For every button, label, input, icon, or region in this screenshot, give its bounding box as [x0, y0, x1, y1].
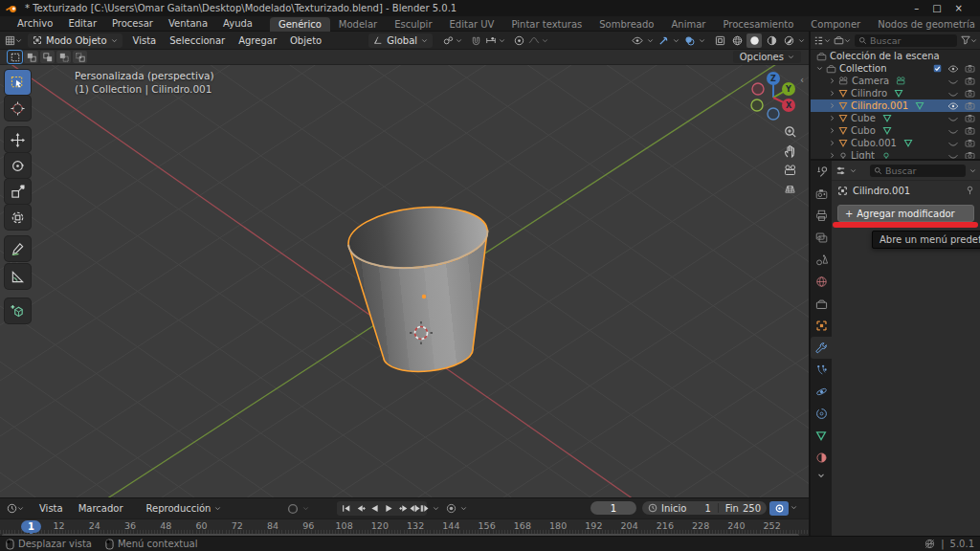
auto-keying-toggle[interactable]: [769, 501, 789, 516]
jump-to-start-button[interactable]: [340, 502, 352, 515]
mode-dropdown[interactable]: Modo Objeto: [28, 33, 122, 48]
timeline-menu-item[interactable]: Vista: [32, 501, 71, 516]
snap-target-icon[interactable]: [483, 33, 499, 48]
overlays-toggle-icon[interactable]: [681, 33, 697, 48]
outliner-object-row[interactable]: Light: [811, 149, 980, 159]
workspace-tab[interactable]: Esculpir: [386, 17, 440, 32]
tool-annotate[interactable]: [5, 236, 31, 261]
outliner-search-input[interactable]: [870, 35, 953, 46]
tab-world[interactable]: [811, 271, 832, 293]
breadcrumb-object-name[interactable]: Cilindro.001: [853, 186, 910, 196]
play-reverse-button[interactable]: [368, 502, 381, 515]
shading-rendered-icon[interactable]: [781, 33, 796, 48]
pivot-point-icon[interactable]: [440, 33, 456, 48]
scene-collection-row[interactable]: Colección de la escena: [811, 50, 980, 62]
render-camera-icon[interactable]: [965, 64, 975, 73]
record-icon[interactable]: [287, 503, 299, 515]
tab-constraints[interactable]: [811, 403, 832, 425]
playback-dropdown[interactable]: Reproducción: [139, 501, 230, 516]
tab-object[interactable]: [811, 315, 832, 337]
tab-output[interactable]: [811, 205, 832, 227]
chevron-right-icon[interactable]: [829, 127, 835, 134]
render-camera-icon[interactable]: [965, 139, 975, 147]
tool-add-primitive[interactable]: [5, 298, 31, 323]
timeline-menu-item[interactable]: Marcador: [71, 501, 131, 516]
tool-rotate[interactable]: [5, 153, 31, 178]
eye-closed-icon[interactable]: [947, 77, 959, 85]
display-mode-icon[interactable]: [813, 35, 824, 46]
workspace-tab[interactable]: Pintar texturas: [502, 17, 590, 32]
chevron-right-icon[interactable]: [829, 115, 835, 121]
tab-particles[interactable]: [811, 359, 832, 381]
frame-forward-button[interactable]: [419, 502, 432, 515]
gizmos-toggle-icon[interactable]: [656, 33, 671, 48]
perspective-toggle-button[interactable]: [781, 179, 799, 197]
eye-icon[interactable]: [947, 65, 959, 73]
camera-view-button[interactable]: [781, 161, 799, 179]
editor-type-icon[interactable]: [5, 35, 15, 46]
transform-orientation-dropdown[interactable]: Global: [368, 33, 433, 48]
timeline-ruler[interactable]: 1224364860728496108120132144156168180192…: [0, 518, 809, 538]
chevron-right-icon[interactable]: [829, 140, 835, 146]
viewport-3d[interactable]: Personalizada (perspectiva) (1) Collecti…: [0, 65, 809, 497]
select-mode-set-icon[interactable]: [8, 51, 22, 63]
shading-wireframe-icon[interactable]: [729, 33, 745, 48]
tool-transform[interactable]: [5, 205, 31, 230]
checkbox-icon[interactable]: [933, 64, 942, 73]
frame-back-button[interactable]: [406, 502, 418, 515]
outliner-object-row[interactable]: Cubo.001: [811, 137, 980, 149]
menu-item[interactable]: Editar: [60, 17, 104, 30]
close-button[interactable]: ×: [955, 3, 963, 13]
keying-set-icon[interactable]: [446, 503, 457, 514]
editor-type-icon[interactable]: [835, 165, 846, 176]
filter-mode-icon[interactable]: [834, 35, 844, 45]
tool-measure[interactable]: [5, 264, 31, 289]
tool-move[interactable]: [5, 127, 31, 152]
workspace-tab[interactable]: Componer: [802, 17, 869, 32]
maximize-button[interactable]: □: [932, 3, 941, 13]
options-dropdown[interactable]: Opciones: [733, 51, 801, 63]
viewport-menu-item[interactable]: Vista: [126, 33, 164, 48]
funnel-filter-icon[interactable]: [961, 35, 970, 45]
eye-closed-icon[interactable]: [947, 152, 959, 160]
frame-range-fields[interactable]: Inicio 1 Fin 250: [642, 501, 767, 515]
tab-overflow-chevron[interactable]: [811, 469, 832, 482]
outliner-object-row[interactable]: Camera: [811, 75, 980, 87]
render-camera-icon[interactable]: [965, 89, 975, 98]
navigation-gizmo[interactable]: Z Y X: [742, 67, 805, 124]
viewport-menu-item[interactable]: Seleccionar: [163, 33, 232, 48]
tab-physics[interactable]: [811, 381, 832, 403]
tab-view-layer[interactable]: [811, 227, 832, 249]
viewport-menu-item[interactable]: Objeto: [283, 33, 328, 48]
viewport-menu-item[interactable]: Agregar: [232, 33, 283, 48]
minimize-button[interactable]: –: [914, 3, 919, 13]
collection-row[interactable]: Collection: [811, 62, 980, 75]
workspace-tab[interactable]: Nodos de geometría: [869, 17, 980, 32]
chevron-right-icon[interactable]: [829, 152, 835, 159]
menu-item[interactable]: Ayuda: [215, 17, 260, 30]
tool-select-box[interactable]: [5, 70, 31, 95]
tab-material[interactable]: [811, 447, 832, 469]
workspace-tab[interactable]: Genérico: [270, 17, 330, 32]
xray-toggle-icon[interactable]: [712, 33, 727, 48]
render-camera-icon[interactable]: [965, 151, 975, 159]
workspace-tab[interactable]: Editar UV: [441, 17, 503, 32]
proportional-editing-icon[interactable]: [511, 33, 526, 48]
outliner-object-row[interactable]: Cilindro.001: [811, 99, 980, 112]
editor-type-icon[interactable]: [7, 503, 17, 514]
eye-closed-icon[interactable]: [947, 115, 959, 122]
outliner-search[interactable]: [855, 34, 957, 47]
zoom-button[interactable]: [781, 122, 799, 141]
tool-scale[interactable]: [5, 179, 31, 204]
select-mode-intersect-icon[interactable]: [73, 51, 87, 63]
outliner-object-row[interactable]: Cubo: [811, 124, 980, 137]
chevron-down-icon[interactable]: [969, 167, 976, 174]
select-mode-subtract-icon[interactable]: [40, 51, 55, 63]
select-mode-extend-icon[interactable]: [24, 51, 38, 63]
tab-modifiers[interactable]: [811, 337, 832, 359]
workspace-tab[interactable]: Procesamiento: [714, 17, 802, 32]
chevron-right-icon[interactable]: [829, 102, 835, 109]
workspace-tab[interactable]: Sombreado: [590, 17, 662, 32]
pin-icon[interactable]: [966, 186, 974, 195]
eye-closed-icon[interactable]: [947, 90, 959, 98]
